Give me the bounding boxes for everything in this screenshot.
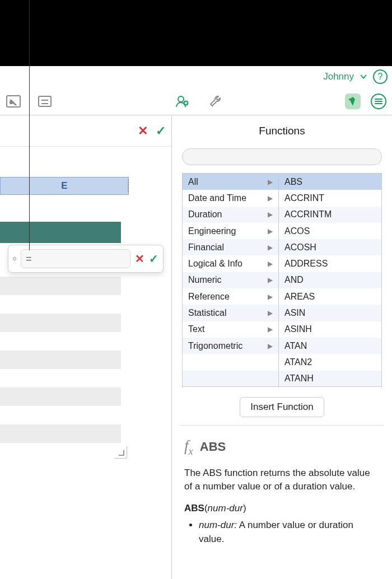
collaborate-button[interactable] [174, 95, 190, 108]
category-item-empty [183, 371, 278, 386]
chevron-right-icon: ▶ [268, 211, 273, 218]
category-item[interactable]: Numeric▶ [183, 272, 278, 288]
help-button[interactable]: ? [373, 69, 388, 84]
function-item[interactable]: AREAS [279, 288, 381, 305]
category-item[interactable]: Duration▶ [183, 207, 278, 223]
category-item[interactable]: Statistical▶ [183, 305, 278, 321]
table-row[interactable] [0, 332, 121, 351]
callout-pointer-line [29, 0, 30, 250]
function-argument: num-dur: A number value or duration valu… [199, 519, 380, 546]
chevron-right-icon: ▶ [268, 260, 273, 268]
function-item[interactable]: ASIN [279, 305, 381, 321]
column-header[interactable]: E [0, 177, 129, 195]
function-item[interactable]: ABS [279, 174, 381, 190]
tools-button[interactable] [208, 95, 223, 108]
formula-text: = [26, 253, 32, 265]
table-rows [0, 195, 121, 443]
chevron-down-icon[interactable] [360, 73, 367, 81]
category-item[interactable]: Financial▶ [183, 239, 278, 255]
function-item[interactable]: ATAN [279, 338, 381, 354]
category-list: All▶ Date and Time▶ Duration▶ Engineerin… [183, 174, 279, 386]
collaborator-name[interactable]: Johnny [323, 71, 354, 82]
category-item[interactable]: All▶ [183, 174, 278, 190]
function-item[interactable]: AND [279, 272, 381, 288]
category-item[interactable]: Engineering▶ [183, 223, 278, 239]
category-item[interactable]: Trigonometric▶ [183, 338, 278, 354]
table-row[interactable] [0, 369, 121, 387]
category-item[interactable]: Logical & Info▶ [183, 255, 278, 272]
chevron-right-icon: ▶ [268, 342, 273, 350]
chevron-right-icon: ▶ [268, 227, 273, 235]
function-item[interactable]: ACCRINT [279, 190, 381, 206]
table-row[interactable] [0, 424, 121, 443]
window-top-blackout [0, 0, 392, 66]
formula-cancel-button[interactable]: ✕ [135, 252, 144, 265]
formula-input[interactable]: = [21, 249, 130, 268]
function-item[interactable]: ACOS [279, 223, 381, 239]
chevron-right-icon: ▶ [268, 309, 273, 317]
cancel-formula-button[interactable]: ✕ [138, 124, 148, 138]
organize-panel-button[interactable] [371, 94, 386, 109]
chevron-right-icon: ▶ [268, 244, 273, 251]
title-bar: Johnny ? [0, 66, 392, 87]
panel-title: Functions [172, 116, 392, 148]
category-item[interactable]: Text▶ [183, 321, 278, 338]
table-header-row[interactable] [0, 222, 121, 243]
formula-accept-button[interactable]: ✓ [149, 252, 158, 265]
function-name: ABS [200, 440, 226, 454]
function-item[interactable]: ATANH [279, 371, 381, 386]
insert-function-button[interactable]: Insert Function [240, 397, 324, 417]
function-browser: All▶ Date and Time▶ Duration▶ Engineerin… [182, 173, 382, 387]
function-list: ABS ACCRINT ACCRINTM ACOS ACOSH ADDRESS … [279, 174, 381, 386]
comment-button[interactable] [37, 95, 53, 108]
category-item[interactable]: Reference▶ [183, 288, 278, 305]
function-item[interactable]: ASINH [279, 321, 381, 338]
function-search-input[interactable] [182, 148, 382, 165]
category-item[interactable]: Date and Time▶ [183, 190, 278, 206]
column-label: E [61, 180, 67, 192]
function-description: fx ABS The ABS function returns the abso… [172, 426, 392, 546]
category-item-empty [183, 354, 278, 370]
table-row[interactable] [0, 351, 121, 369]
function-signature: ABS(num-dur) [184, 503, 380, 514]
toolbar [0, 87, 392, 115]
function-item[interactable]: ADDRESS [279, 255, 381, 272]
table-row[interactable] [0, 406, 121, 424]
functions-panel: Functions All▶ Date and Time▶ Duration▶ … [171, 116, 392, 579]
table-row[interactable] [0, 295, 121, 314]
formula-editor-popover: = ✕ ✓ [8, 245, 164, 273]
table-row[interactable] [0, 314, 121, 332]
formula-editor-handle[interactable] [13, 257, 16, 260]
chevron-right-icon: ▶ [268, 293, 273, 301]
table-row[interactable] [0, 277, 121, 295]
chevron-right-icon: ▶ [268, 194, 273, 202]
function-item[interactable]: ATAN2 [279, 354, 381, 370]
table-row[interactable] [0, 387, 121, 406]
formula-bar: ✕ ✓ [0, 116, 171, 147]
media-button[interactable] [6, 95, 21, 108]
function-item[interactable]: ACOSH [279, 239, 381, 255]
function-summary: The ABS function returns the absolute va… [184, 466, 380, 494]
accept-formula-button[interactable]: ✓ [156, 124, 166, 138]
function-item[interactable]: ACCRINTM [279, 207, 381, 223]
chevron-right-icon: ▶ [268, 325, 273, 333]
svg-point-0 [178, 96, 184, 102]
chevron-right-icon: ▶ [268, 276, 273, 284]
svg-rect-2 [349, 99, 354, 100]
chevron-right-icon: ▶ [268, 178, 273, 186]
table-resize-handle[interactable] [115, 446, 127, 459]
fx-icon: fx [184, 437, 193, 457]
column-resize-handle[interactable] [125, 177, 131, 195]
format-panel-button[interactable] [345, 94, 361, 109]
table-row[interactable] [0, 195, 121, 222]
